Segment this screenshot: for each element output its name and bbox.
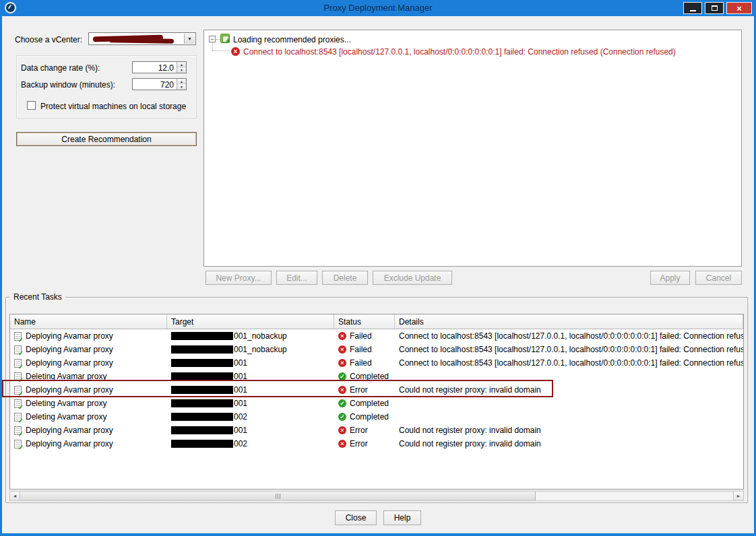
close-window-button[interactable]: ×	[726, 2, 752, 14]
task-details: Connect to localhost:8543 [localhost/127…	[399, 331, 743, 341]
task-doc-icon	[14, 440, 22, 448]
column-header-status[interactable]: Status	[334, 314, 395, 329]
local-storage-checkbox[interactable]	[27, 101, 36, 110]
column-header-name[interactable]: Name	[10, 314, 167, 329]
scrollbar-thumb[interactable]	[20, 492, 536, 500]
window-content: Choose a vCenter: ▼ Data change rate (%)…	[2, 16, 754, 533]
cancel-button[interactable]: Cancel	[695, 271, 742, 285]
backup-window-spinner[interactable]: 720 ▲ ▼	[132, 78, 187, 90]
task-name: Deploying Avamar proxy	[26, 345, 113, 354]
status-error-icon: ×	[338, 359, 346, 367]
recommended-proxies-icon	[220, 34, 230, 43]
data-change-rate-label: Data change rate (%):	[21, 63, 100, 73]
task-table: Name Target Status Details Deploying Ava…	[9, 314, 744, 490]
window-title: Proxy Deployment Manager	[0, 3, 756, 13]
tree-error-label[interactable]: Connect to localhost:8543 [localhost/127…	[243, 47, 676, 57]
spinner-up-icon[interactable]: ▲	[177, 79, 186, 84]
table-row[interactable]: Deploying Avamar proxy 001_nobackup × Fa…	[10, 329, 743, 343]
task-doc-icon	[14, 345, 22, 354]
status-error-icon: ×	[338, 386, 346, 394]
table-row[interactable]: Deploying Avamar proxy 001_nobackup × Fa…	[10, 343, 743, 356]
task-name: Deploying Avamar proxy	[26, 439, 113, 448]
task-target-suffix: 002	[234, 439, 247, 448]
titlebar[interactable]: Proxy Deployment Manager ×	[0, 0, 756, 16]
redaction-block	[171, 413, 233, 421]
table-row[interactable]: Deploying Avamar proxy 001 × Error Could…	[10, 383, 743, 397]
task-status: Error	[350, 385, 368, 395]
recommendation-tree-panel[interactable]: − Loading recommended proxies... × Conne…	[203, 30, 742, 267]
data-change-rate-value[interactable]: 12.0	[133, 62, 176, 73]
spinner-down-icon[interactable]: ▼	[177, 67, 186, 73]
table-row[interactable]: Deleting Avamar proxy 002 ✓ Completed	[10, 410, 743, 424]
task-target-suffix: 001_nobackup	[234, 345, 287, 354]
column-header-target[interactable]: Target	[167, 314, 334, 329]
task-name: Deploying Avamar proxy	[26, 331, 113, 341]
table-row[interactable]: Deploying Avamar proxy 002 × Error Could…	[10, 437, 743, 450]
redaction-block	[171, 426, 233, 434]
task-details: Could not register proxy: invalid domain	[399, 385, 541, 395]
close-button[interactable]: Close	[335, 510, 377, 525]
vcenter-combobox[interactable]: ▼	[88, 32, 196, 45]
task-name: Deploying Avamar proxy	[26, 358, 113, 368]
task-table-body: Deploying Avamar proxy 001_nobackup × Fa…	[10, 329, 743, 450]
status-error-icon: ×	[338, 426, 346, 434]
scrollbar-grip-icon	[278, 494, 278, 499]
scrollbar-track[interactable]	[536, 492, 733, 500]
redaction-block	[171, 332, 233, 340]
spinner-up-icon[interactable]: ▲	[177, 62, 186, 67]
table-row[interactable]: Deleting Avamar proxy 001 ✓ Completed	[10, 370, 743, 383]
task-target-suffix: 002	[234, 412, 247, 422]
task-details: Connect to localhost:8543 [localhost/127…	[399, 345, 743, 354]
task-status: Failed	[350, 345, 372, 354]
backup-window-value[interactable]: 720	[133, 79, 176, 90]
status-completed-icon: ✓	[338, 413, 346, 421]
task-name: Deleting Avamar proxy	[26, 412, 107, 422]
maximize-button[interactable]	[705, 2, 724, 14]
tree-root-node[interactable]: Loading recommended proxies...	[233, 35, 351, 44]
minimize-button[interactable]	[683, 2, 702, 14]
status-error-icon: ×	[338, 440, 346, 448]
edit-button[interactable]: Edit...	[276, 271, 317, 285]
tree-collapse-toggle[interactable]: −	[209, 36, 216, 42]
task-status: Failed	[350, 358, 372, 368]
delete-button[interactable]: Delete	[322, 271, 368, 285]
tree-connector	[212, 43, 213, 51]
status-completed-icon: ✓	[338, 399, 346, 407]
column-header-details[interactable]: Details	[395, 314, 743, 329]
task-doc-icon	[14, 359, 22, 368]
task-status: Completed	[350, 372, 389, 381]
apply-button[interactable]: Apply	[650, 271, 690, 285]
error-circle-icon: ×	[231, 47, 240, 56]
task-status: Failed	[350, 331, 372, 341]
task-target-suffix: 001_nobackup	[234, 331, 287, 341]
recent-tasks-title: Recent Tasks	[10, 292, 65, 302]
table-row[interactable]: Deleting Avamar proxy 001 ✓ Completed	[10, 397, 743, 410]
status-error-icon: ×	[338, 332, 346, 340]
task-doc-icon	[14, 399, 22, 408]
redaction-block	[171, 359, 233, 367]
scroll-right-icon[interactable]: ►	[733, 492, 743, 500]
maximize-icon	[712, 5, 718, 11]
task-status: Error	[350, 426, 368, 435]
spinner-down-icon[interactable]: ▼	[177, 84, 186, 90]
scroll-left-icon[interactable]: ◄	[10, 492, 20, 500]
table-row[interactable]: Deploying Avamar proxy 001 × Failed Conn…	[10, 356, 743, 370]
create-recommendation-button[interactable]: Create Recommendation	[16, 132, 197, 146]
task-target-suffix: 001	[234, 399, 247, 408]
new-proxy-button[interactable]: New Proxy...	[206, 271, 272, 285]
minimize-icon	[690, 10, 696, 11]
help-button[interactable]: Help	[383, 510, 421, 525]
task-details: Connect to localhost:8543 [localhost/127…	[399, 358, 743, 368]
table-row[interactable]: Deploying Avamar proxy 001 × Error Could…	[10, 424, 743, 437]
tree-error-node[interactable]: ×	[231, 46, 240, 56]
redaction-block	[171, 345, 233, 354]
vcenter-label: Choose a vCenter:	[15, 35, 82, 44]
status-error-icon: ×	[338, 345, 346, 354]
task-name: Deleting Avamar proxy	[26, 399, 107, 408]
task-status: Completed	[350, 412, 389, 422]
chevron-down-icon[interactable]: ▼	[184, 34, 195, 44]
data-change-rate-spinner[interactable]: 12.0 ▲ ▼	[132, 61, 187, 73]
horizontal-scrollbar[interactable]: ◄ ►	[9, 491, 744, 501]
task-doc-icon	[14, 413, 22, 422]
exclude-update-button[interactable]: Exclude Update	[373, 271, 452, 285]
